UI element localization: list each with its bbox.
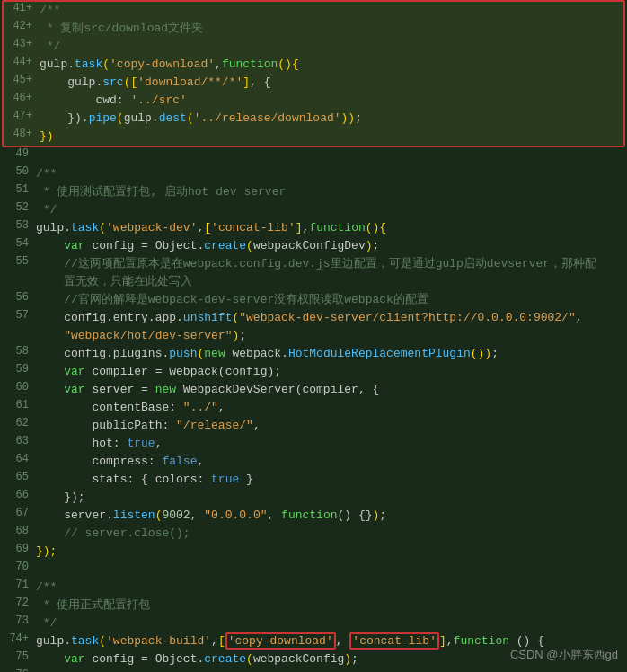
code-line-58: 58 config.plugins.push(new webpack.HotMo… (0, 345, 627, 363)
line-content-70 (36, 561, 623, 579)
line-content-76: webpack(config, function(err, stats) { (36, 668, 623, 672)
line-content-48: }) (40, 128, 620, 146)
line-content-55b: 置无效，只能在此处写入 (36, 273, 623, 291)
code-line-57b: "webpack/hot/dev-server"); (0, 327, 627, 345)
line-content-64: compress: false, (36, 453, 623, 471)
code-line-62: 62 publicPath: "/release/", (0, 417, 627, 435)
inline-highlight-copy-download: 'copy-download' (225, 632, 336, 650)
code-line-48: 48+ }) (4, 128, 623, 146)
line-number-51: 51 (4, 183, 36, 196)
line-number-59: 59 (4, 363, 36, 376)
line-content-54: var config = Object.create(webpackConfig… (36, 237, 623, 255)
line-content-44: gulp.task('copy-download',function(){ (40, 56, 620, 74)
code-line-76: 76 webpack(config, function(err, stats) … (0, 668, 627, 672)
code-editor: 41+ /** 42+ * 复制src/download文件夹 43+ */ 4… (0, 0, 627, 672)
code-line-54: 54 var config = Object.create(webpackCon… (0, 237, 627, 255)
line-number-55: 55 (4, 255, 36, 268)
code-line-65: 65 stats: { colors: true } (0, 471, 627, 489)
line-content-46: cwd: '../src' (40, 92, 620, 110)
line-number-70: 70 (4, 561, 36, 573)
line-number-69: 69 (4, 543, 36, 555)
code-line-43: 43+ */ (4, 38, 623, 56)
line-content-60: var server = new WebpackDevServer(compil… (36, 381, 623, 399)
code-line-72: 72 * 使用正式配置打包 (0, 597, 627, 615)
line-content-52: */ (36, 201, 623, 219)
code-line-45: 45+ gulp.src(['download/**/*'], { (4, 74, 623, 92)
line-number-48: 48+ (7, 128, 40, 140)
code-line-41: 41+ /** (4, 2, 623, 20)
line-number-65: 65 (4, 471, 36, 483)
code-line-53: 53 gulp.task('webpack-dev',['concat-lib'… (0, 219, 627, 237)
line-number-44: 44+ (7, 56, 40, 68)
line-number-43: 43+ (7, 38, 40, 50)
code-line-55b: 置无效，只能在此处写入 (0, 273, 627, 291)
line-content-57: config.entry.app.unshift("webpack-dev-se… (36, 309, 623, 327)
line-number-49: 49 (4, 147, 36, 160)
code-line-66: 66 }); (0, 489, 627, 507)
code-line-42: 42+ * 复制src/download文件夹 (4, 20, 623, 38)
line-content-56: //官网的解释是webpack-dev-server没有权限读取webpack的… (36, 291, 623, 309)
highlight-block-1: 41+ /** 42+ * 复制src/download文件夹 43+ */ 4… (2, 0, 625, 147)
code-line-50: 50 /** (0, 165, 627, 183)
code-line-46: 46+ cwd: '../src' (4, 92, 623, 110)
line-number-47: 47+ (7, 110, 40, 122)
line-number-45: 45+ (7, 74, 40, 86)
line-content-72: * 使用正式配置打包 (36, 597, 623, 615)
line-number-57: 57 (4, 309, 36, 322)
line-content-59: var compiler = webpack(config); (36, 363, 623, 381)
line-content-63: hot: true, (36, 435, 623, 453)
code-line-51: 51 * 使用测试配置打包, 启动hot dev server (0, 183, 627, 201)
line-number-68: 68 (4, 525, 36, 537)
code-line-69: 69 }); (0, 543, 627, 561)
line-content-65: stats: { colors: true } (36, 471, 623, 489)
code-line-47: 47+ }).pipe(gulp.dest('../release/downlo… (4, 110, 623, 128)
line-content-67: server.listen(9002, "0.0.0.0", function(… (36, 507, 623, 525)
line-number-58: 58 (4, 345, 36, 358)
line-content-53: gulp.task('webpack-dev',['concat-lib'],f… (36, 219, 623, 237)
line-content-45: gulp.src(['download/**/*'], { (40, 74, 620, 92)
line-content-66: }); (36, 489, 623, 507)
line-content-61: contentBase: "../", (36, 399, 623, 417)
code-line-73: 73 */ (0, 615, 627, 632)
line-content-68: // server.close(); (36, 525, 623, 543)
line-number-46: 46+ (7, 92, 40, 104)
line-number-66: 66 (4, 489, 36, 501)
line-content-47: }).pipe(gulp.dest('../release/download')… (40, 110, 620, 128)
line-number-73: 73 (4, 615, 36, 627)
line-content-57b: "webpack/hot/dev-server"); (36, 327, 623, 345)
code-line-63: 63 hot: true, (0, 435, 627, 453)
line-number-57b (4, 327, 36, 340)
line-number-52: 52 (4, 201, 36, 214)
line-content-50: /** (36, 165, 623, 183)
line-content-71: /** (36, 579, 623, 597)
line-number-41: 41+ (7, 2, 40, 14)
line-number-56: 56 (4, 291, 36, 304)
code-line-60: 60 var server = new WebpackDevServer(com… (0, 381, 627, 399)
line-content-69: }); (36, 543, 623, 561)
line-number-55b (4, 273, 36, 286)
code-line-49: 49 (0, 147, 627, 165)
line-number-76: 76 (4, 668, 36, 672)
code-line-52: 52 */ (0, 201, 627, 219)
watermark: CSDN @小胖东西gd (510, 647, 618, 663)
code-line-70: 70 (0, 561, 627, 579)
line-content-49 (36, 147, 623, 165)
line-number-67: 67 (4, 507, 36, 519)
code-line-55: 55 //这两项配置原本是在webpack.config.dev.js里边配置，… (0, 255, 627, 273)
line-number-61: 61 (4, 399, 36, 411)
line-number-62: 62 (4, 417, 36, 429)
inline-highlight-concat-lib: 'concat-lib' (349, 632, 439, 650)
line-number-71: 71 (4, 579, 36, 591)
line-content-58: config.plugins.push(new webpack.HotModul… (36, 345, 623, 363)
line-number-50: 50 (4, 165, 36, 178)
line-content-73: */ (36, 615, 623, 632)
line-content-42: * 复制src/download文件夹 (40, 20, 620, 38)
code-line-71: 71 /** (0, 579, 627, 597)
line-content-62: publicPath: "/release/", (36, 417, 623, 435)
line-number-54: 54 (4, 237, 36, 250)
line-number-60: 60 (4, 381, 36, 393)
line-number-63: 63 (4, 435, 36, 447)
code-line-56: 56 //官网的解释是webpack-dev-server没有权限读取webpa… (0, 291, 627, 309)
code-line-68: 68 // server.close(); (0, 525, 627, 543)
code-line-67: 67 server.listen(9002, "0.0.0.0", functi… (0, 507, 627, 525)
